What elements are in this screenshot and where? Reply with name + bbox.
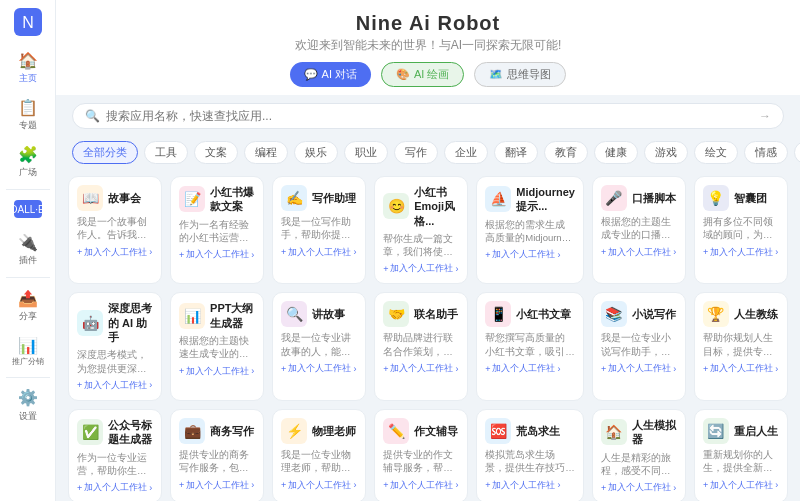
card-6[interactable]: 💡 智囊团 拥有多位不同领域的顾问，为您的问题提供专业建议和解决方案 + 加入个… bbox=[694, 176, 788, 284]
card-add-label-16: 加入个人工作社 bbox=[288, 479, 351, 492]
card-10[interactable]: 🤝 联名助手 帮助品牌进行联名合作策划，提供专业的联名方案和建议 + 加入个人工… bbox=[374, 292, 468, 400]
card-add-btn-8[interactable]: + 加入个人工作社 › bbox=[179, 365, 255, 378]
card-header-2: ✍️ 写作助理 bbox=[281, 185, 357, 211]
share-icon: 📤 bbox=[18, 288, 38, 308]
card-title-1: 小红书爆款文案 bbox=[210, 185, 255, 214]
card-desc-19: 人生是精彩的旅程，感受不同人生轨迹的故事体验 bbox=[601, 451, 677, 478]
filter-tab-11[interactable]: 游戏 bbox=[644, 141, 688, 164]
filter-tab-1[interactable]: 工具 bbox=[144, 141, 188, 164]
card-add-btn-0[interactable]: + 加入个人工作社 › bbox=[77, 246, 153, 259]
card-18[interactable]: 🆘 荒岛求生 模拟荒岛求生场景，提供生存技巧和策略建议 + 加入个人工作社 › bbox=[476, 409, 584, 501]
sidebar-item-promo[interactable]: 📊 推广分销 bbox=[0, 329, 55, 373]
card-add-btn-16[interactable]: + 加入个人工作社 › bbox=[281, 479, 357, 492]
filter-tab-0[interactable]: 全部分类 bbox=[72, 141, 138, 164]
search-input[interactable] bbox=[106, 109, 759, 123]
card-add-btn-13[interactable]: + 加入个人工作社 › bbox=[703, 362, 779, 375]
card-add-label-0: 加入个人工作社 bbox=[84, 246, 147, 259]
filter-tab-14[interactable]: 故事 bbox=[794, 141, 800, 164]
card-icon-15: 💼 bbox=[179, 418, 205, 444]
card-7[interactable]: 🤖 深度思考的 AI 助手 深度思考模式，为您提供更深层次的分析和解答 + 加入… bbox=[68, 292, 162, 400]
sidebar-item-plaza[interactable]: 🧩 广场 bbox=[0, 138, 55, 185]
card-1[interactable]: 📝 小红书爆款文案 作为一名有经验的小红书运营专家，你帮助生成爆款文案、标题等等… bbox=[170, 176, 264, 284]
filter-tab-4[interactable]: 娱乐 bbox=[294, 141, 338, 164]
card-9[interactable]: 🔍 讲故事 我是一位专业讲故事的人，能够为您创作引人入胜的故事情节 + 加入个人… bbox=[272, 292, 366, 400]
filter-tab-3[interactable]: 编程 bbox=[244, 141, 288, 164]
card-header-4: ⛵ Midjourney提示... bbox=[485, 185, 575, 214]
card-title-19: 人生模拟器 bbox=[632, 418, 677, 447]
card-desc-8: 根据您的主题快速生成专业的PPT大纲，提高工作效率 bbox=[179, 334, 255, 361]
search-input-wrap: 🔍 → bbox=[72, 103, 784, 129]
filter-tab-2[interactable]: 文案 bbox=[194, 141, 238, 164]
card-add-btn-14[interactable]: + 加入个人工作社 › bbox=[77, 481, 153, 494]
sidebar-item-topics[interactable]: 📋 专题 bbox=[0, 91, 55, 138]
ai-talk-label: AI 对话 bbox=[322, 67, 357, 82]
card-16[interactable]: ⚡ 物理老师 我是一位专业物理老师，帮助你理解复杂的物理概念 + 加入个人工作社… bbox=[272, 409, 366, 501]
card-add-icon-7: + bbox=[77, 380, 82, 390]
card-icon-18: 🆘 bbox=[485, 418, 511, 444]
card-icon-12: 📚 bbox=[601, 301, 627, 327]
card-add-btn-10[interactable]: + 加入个人工作社 › bbox=[383, 362, 459, 375]
card-8[interactable]: 📊 PPT大纲生成器 根据您的主题快速生成专业的PPT大纲，提高工作效率 + 加… bbox=[170, 292, 264, 400]
ai-draw-button[interactable]: 🎨 AI 绘画 bbox=[381, 62, 464, 87]
card-add-btn-20[interactable]: + 加入个人工作社 › bbox=[703, 479, 779, 492]
card-add-btn-15[interactable]: + 加入个人工作社 › bbox=[179, 479, 255, 492]
filter-tab-7[interactable]: 企业 bbox=[444, 141, 488, 164]
card-14[interactable]: ✅ 公众号标题生成器 作为一位专业运营，帮助你生成吸引人的公众号标题 + 加入个… bbox=[68, 409, 162, 501]
sidebar-divider-2 bbox=[6, 277, 50, 278]
card-add-btn-5[interactable]: + 加入个人工作社 › bbox=[601, 246, 677, 259]
card-13[interactable]: 🏆 人生教练 帮助你规划人生目标，提供专业的人生建议和指导 + 加入个人工作社 … bbox=[694, 292, 788, 400]
ai-draw-icon: 🎨 bbox=[396, 68, 410, 81]
card-arrow-17: › bbox=[455, 480, 458, 490]
filter-tab-8[interactable]: 翻译 bbox=[494, 141, 538, 164]
card-add-btn-1[interactable]: + 加入个人工作社 › bbox=[179, 248, 255, 261]
card-2[interactable]: ✍️ 写作助理 我是一位写作助手，帮助你提升文章写作能力，让你的文章更加优美 +… bbox=[272, 176, 366, 284]
card-icon-10: 🤝 bbox=[383, 301, 409, 327]
card-17[interactable]: ✏️ 作文辅导 提供专业的作文辅导服务，帮助提升写作水平 + 加入个人工作社 › bbox=[374, 409, 468, 501]
card-add-btn-11[interactable]: + 加入个人工作社 › bbox=[485, 362, 575, 375]
card-add-btn-12[interactable]: + 加入个人工作社 › bbox=[601, 362, 677, 375]
card-add-icon-6: + bbox=[703, 247, 708, 257]
card-add-btn-9[interactable]: + 加入个人工作社 › bbox=[281, 362, 357, 375]
card-add-label-3: 加入个人工作社 bbox=[390, 262, 453, 275]
card-11[interactable]: 📱 小红书文章 帮您撰写高质量的小红书文章，吸引更多粉丝关注 + 加入个人工作社… bbox=[476, 292, 584, 400]
card-4[interactable]: ⛵ Midjourney提示... 根据您的需求生成高质量的Midjourney… bbox=[476, 176, 584, 284]
sidebar-item-dalle[interactable]: DALL·E bbox=[0, 194, 55, 226]
sidebar-item-home[interactable]: 🏠 主页 bbox=[0, 44, 55, 91]
filter-tab-9[interactable]: 教育 bbox=[544, 141, 588, 164]
card-3[interactable]: 😊 小红书Emoji风格... 帮你生成一篇文章，我们将使用Emoji表情符号将… bbox=[374, 176, 468, 284]
card-add-btn-17[interactable]: + 加入个人工作社 › bbox=[383, 479, 459, 492]
card-add-label-1: 加入个人工作社 bbox=[186, 248, 249, 261]
card-0[interactable]: 📖 故事会 我是一个故事创作人。告诉我你想要，我将为以创作出精彩的故事！ + 加… bbox=[68, 176, 162, 284]
search-submit-icon[interactable]: → bbox=[759, 109, 771, 123]
card-add-icon-5: + bbox=[601, 247, 606, 257]
card-19[interactable]: 🏠 人生模拟器 人生是精彩的旅程，感受不同人生轨迹的故事体验 + 加入个人工作社… bbox=[592, 409, 686, 501]
filter-tabs: 全部分类工具文案编程娱乐职业写作企业翻译教育健康游戏绘文情感故事 bbox=[56, 137, 800, 170]
sidebar-item-plugins[interactable]: 🔌 插件 bbox=[0, 226, 55, 273]
card-15[interactable]: 💼 商务写作 提供专业的商务写作服务，包括商务邮件、报告等 + 加入个人工作社 … bbox=[170, 409, 264, 501]
card-icon-3: 😊 bbox=[383, 193, 409, 219]
filter-tab-6[interactable]: 写作 bbox=[394, 141, 438, 164]
ai-talk-button[interactable]: 💬 AI 对话 bbox=[290, 62, 371, 87]
card-add-btn-18[interactable]: + 加入个人工作社 › bbox=[485, 479, 575, 492]
sidebar-item-settings[interactable]: ⚙️ 设置 bbox=[0, 382, 55, 429]
home-icon: 🏠 bbox=[18, 50, 38, 70]
card-add-btn-6[interactable]: + 加入个人工作社 › bbox=[703, 246, 779, 259]
card-add-btn-7[interactable]: + 加入个人工作社 › bbox=[77, 379, 153, 392]
card-20[interactable]: 🔄 重启人生 重新规划你的人生，提供全新的人生规划建议 + 加入个人工作社 › bbox=[694, 409, 788, 501]
card-add-btn-19[interactable]: + 加入个人工作社 › bbox=[601, 481, 677, 494]
card-desc-6: 拥有多位不同领域的顾问，为您的问题提供专业建议和解决方案 bbox=[703, 215, 779, 242]
main-content: Nine Ai Robot 欢迎来到智能未来的世界！与AI一同探索无限可能! 💬… bbox=[56, 0, 800, 501]
page-subtitle: 欢迎来到智能未来的世界！与AI一同探索无限可能! bbox=[56, 37, 800, 54]
card-add-label-8: 加入个人工作社 bbox=[186, 365, 249, 378]
sidebar-item-share[interactable]: 📤 分享 bbox=[0, 282, 55, 329]
card-add-btn-4[interactable]: + 加入个人工作社 › bbox=[485, 248, 575, 261]
card-12[interactable]: 📚 小说写作 我是一位专业小说写作助手，帮助你创作引人入胜的小说故事 + 加入个… bbox=[592, 292, 686, 400]
filter-tab-13[interactable]: 情感 bbox=[744, 141, 788, 164]
mind-map-button[interactable]: 🗺️ 思维导图 bbox=[474, 62, 566, 87]
card-add-btn-2[interactable]: + 加入个人工作社 › bbox=[281, 246, 357, 259]
filter-tab-10[interactable]: 健康 bbox=[594, 141, 638, 164]
filter-tab-5[interactable]: 职业 bbox=[344, 141, 388, 164]
card-add-btn-3[interactable]: + 加入个人工作社 › bbox=[383, 262, 459, 275]
filter-tab-12[interactable]: 绘文 bbox=[694, 141, 738, 164]
card-5[interactable]: 🎤 口播脚本 根据您的主题生成专业的口播脚本，支持多种风格和场景 + 加入个人工… bbox=[592, 176, 686, 284]
